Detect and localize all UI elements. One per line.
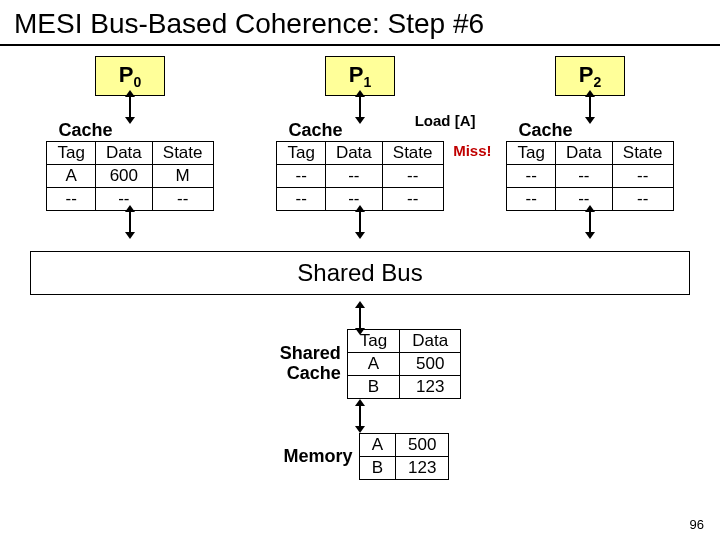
- bus-arrow-icon: [359, 211, 361, 233]
- proc-group-2: P2 Cache TagDataState ------ ------: [490, 56, 690, 233]
- table-row: A500: [359, 434, 449, 457]
- page-number: 96: [690, 517, 704, 532]
- bus-arrow-icon: [359, 96, 361, 118]
- table-row: ------: [507, 165, 673, 188]
- load-annotation: Load [A]: [415, 112, 476, 129]
- memory-label: Memory: [271, 447, 353, 467]
- bus-arrow-icon: [589, 96, 591, 118]
- bus-arrow-icon: [129, 96, 131, 118]
- table-row: ------: [277, 165, 443, 188]
- cache-table-2: TagDataState ------ ------: [506, 141, 673, 211]
- bottom-section: Shared Cache TagData A500 B123 Memory A5…: [0, 329, 720, 480]
- proc-group-0: P0 Cache TagDataState A600M ------: [30, 56, 230, 233]
- bus-arrow-icon: [589, 211, 591, 233]
- cache-table-0: TagDataState A600M ------: [46, 141, 213, 211]
- cache-label-0: Cache: [58, 120, 213, 141]
- table-row: B123: [359, 457, 449, 480]
- miss-annotation: Miss!: [453, 142, 491, 159]
- shared-cache-label: Shared Cache: [259, 344, 341, 384]
- table-row: A500: [347, 353, 460, 376]
- cache-table-1: TagDataState ------ ------: [276, 141, 443, 211]
- bus-arrow-icon: [359, 405, 361, 427]
- slide-title: MESI Bus-Based Coherence: Step #6: [0, 0, 720, 46]
- bus-arrow-icon: [359, 307, 361, 329]
- shared-bus: Shared Bus: [30, 251, 690, 295]
- cache-label-2: Cache: [518, 120, 673, 141]
- shared-cache-table: TagData A500 B123: [347, 329, 461, 399]
- proc-group-1: P1 Load [A] Cache TagDataState ------ --…: [260, 56, 460, 233]
- table-row: B123: [347, 376, 460, 399]
- processor-row: P0 Cache TagDataState A600M ------ P1 Lo…: [0, 56, 720, 233]
- memory-table: A500 B123: [359, 433, 450, 480]
- table-row: A600M: [47, 165, 213, 188]
- bus-arrow-icon: [129, 211, 131, 233]
